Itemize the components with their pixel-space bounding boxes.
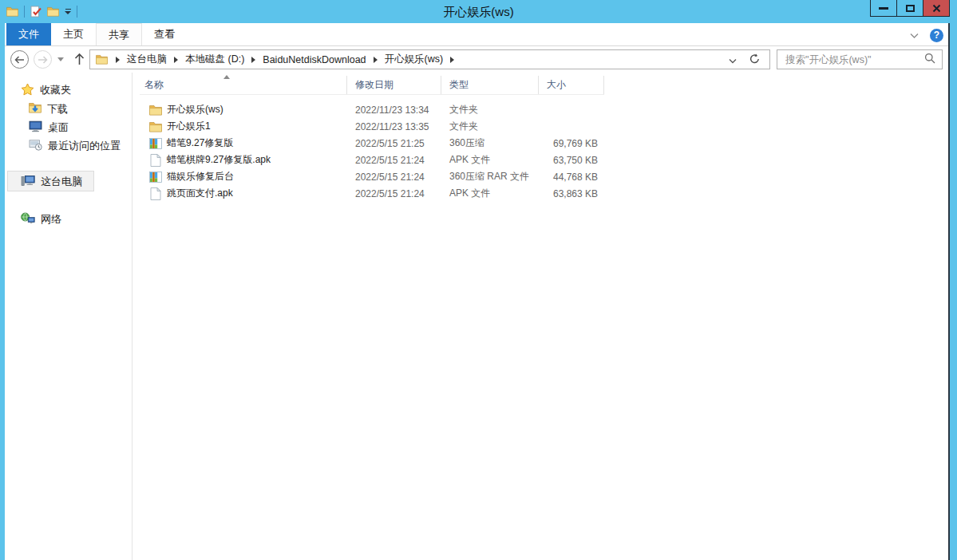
column-header-date-modified[interactable]: 修改日期 (347, 76, 441, 94)
title-bar: 开心娱乐(ws) (0, 0, 957, 23)
column-header-name[interactable]: 名称 (140, 76, 347, 94)
sidebar-item-label: 桌面 (48, 120, 69, 135)
file-date: 2022/5/15 21:25 (347, 138, 441, 149)
back-arrow-icon (14, 56, 25, 64)
sidebar-item-label: 收藏夹 (40, 83, 71, 97)
file-size: 44,768 KB (539, 172, 604, 183)
qat-separator (24, 6, 25, 18)
column-header-size[interactable]: 大小 (539, 76, 604, 94)
refresh-icon[interactable] (749, 53, 760, 67)
address-dropdown-icon[interactable] (729, 53, 737, 67)
help-icon[interactable]: ? (930, 29, 943, 42)
archive-360-icon (148, 138, 162, 149)
file-date: 2022/5/15 21:24 (347, 188, 441, 199)
up-arrow-icon (73, 53, 85, 65)
folder-icon (148, 105, 162, 116)
tab-share[interactable]: 共享 (96, 23, 142, 45)
breadcrumb-current-folder[interactable]: 开心娱乐(ws) (385, 53, 444, 66)
apk-file-icon (148, 187, 162, 200)
new-folder-icon[interactable] (47, 6, 59, 17)
back-button[interactable] (10, 50, 29, 69)
sidebar-item-label: 下载 (47, 102, 68, 116)
column-header-type[interactable]: 类型 (441, 76, 539, 94)
minimize-button[interactable] (870, 0, 897, 17)
file-date: 2022/5/15 21:24 (347, 172, 441, 183)
search-input[interactable] (784, 53, 924, 66)
star-icon (21, 83, 34, 98)
search-box (777, 49, 943, 69)
file-row[interactable]: 蜡笔棋牌9.27修复版.apk 2022/5/15 21:24 APK 文件 6… (140, 152, 604, 168)
sort-ascending-icon (223, 75, 230, 79)
expand-ribbon-icon[interactable] (910, 28, 919, 42)
apk-file-icon (148, 154, 162, 167)
folder-icon (148, 121, 162, 132)
properties-icon[interactable] (30, 6, 42, 18)
file-name: 蜡笔9.27修复版 (167, 136, 233, 150)
file-row[interactable]: 猫娱乐修复后台 2022/5/15 21:24 360压缩 RAR 文件 44,… (140, 168, 604, 185)
file-type: 文件夹 (441, 120, 539, 133)
file-size: 69,769 KB (539, 138, 604, 149)
breadcrumb-separator[interactable] (174, 57, 178, 63)
address-bar[interactable]: 这台电脑 本地磁盘 (D:) BaiduNetdiskDownload 开心娱乐… (89, 49, 770, 69)
quick-access-toolbar (6, 3, 77, 20)
tab-file[interactable]: 文件 (6, 23, 51, 45)
window-title: 开心娱乐(ws) (0, 5, 957, 20)
window-frame-right (950, 23, 957, 560)
tab-view[interactable]: 查看 (142, 23, 187, 45)
breadcrumb-separator[interactable] (374, 57, 378, 63)
network-icon (21, 212, 35, 227)
breadcrumb-separator[interactable] (450, 57, 454, 63)
forward-arrow-icon (38, 56, 48, 64)
maximize-button[interactable] (896, 0, 923, 17)
sidebar-item-favorites[interactable]: 收藏夹 (21, 81, 71, 99)
qat-separator (77, 6, 77, 18)
main-area: 收藏夹 下载 桌面 最近访问的位置 这台电脑 网络 (5, 73, 948, 560)
tab-home[interactable]: 主页 (51, 23, 96, 45)
ribbon-tab-bar: 文件 主页 共享 查看 ? (5, 23, 948, 46)
sidebar-item-label: 网络 (41, 212, 61, 227)
up-button[interactable] (73, 53, 85, 69)
file-name: 猫娱乐修复后台 (167, 170, 234, 183)
file-type: 360压缩 RAR 文件 (441, 170, 539, 183)
file-type: APK 文件 (441, 187, 539, 200)
sidebar-item-recent-places[interactable]: 最近访问的位置 (29, 137, 121, 155)
forward-button[interactable] (34, 50, 52, 69)
downloads-folder-icon (29, 102, 42, 116)
desktop-monitor-icon (29, 120, 42, 135)
sidebar-item-this-pc[interactable]: 这台电脑 (21, 173, 82, 191)
recent-locations-dropdown-icon[interactable] (57, 57, 64, 61)
computer-icon (21, 175, 35, 189)
file-row[interactable]: 开心娱乐(ws) 2022/11/23 13:34 文件夹 (140, 101, 604, 118)
minimize-icon (879, 7, 888, 10)
window-frame-border (948, 23, 950, 560)
sidebar-item-desktop[interactable]: 桌面 (29, 119, 69, 136)
file-size: 63,750 KB (539, 155, 604, 166)
file-date: 2022/5/15 21:24 (347, 155, 441, 166)
breadcrumb-separator[interactable] (251, 57, 255, 63)
column-headers: 名称 修改日期 类型 大小 (140, 76, 604, 95)
breadcrumb-separator[interactable] (116, 57, 120, 63)
window-controls (871, 0, 950, 17)
sidebar-item-downloads[interactable]: 下载 (29, 101, 68, 118)
file-rows: 开心娱乐(ws) 2022/11/23 13:34 文件夹 开心娱乐1 2022… (140, 101, 604, 202)
file-size: 63,863 KB (539, 188, 604, 199)
file-type: 360压缩 (441, 136, 539, 150)
qat-customize-dropdown-icon[interactable] (65, 9, 71, 15)
address-folder-icon (95, 54, 109, 65)
archive-360-icon (148, 172, 162, 183)
file-name: 开心娱乐(ws) (167, 103, 223, 116)
close-button[interactable] (923, 0, 950, 17)
maximize-icon (906, 5, 915, 12)
file-row[interactable]: 跳页面支付.apk 2022/5/15 21:24 APK 文件 63,863 … (140, 185, 604, 202)
recent-places-icon (29, 139, 42, 153)
explorer-folder-icon[interactable] (6, 6, 18, 17)
breadcrumb-baidunetdiskdownload[interactable]: BaiduNetdiskDownload (263, 54, 366, 65)
file-name: 开心娱乐1 (167, 120, 211, 133)
file-row[interactable]: 蜡笔9.27修复版 2022/5/15 21:25 360压缩 69,769 K… (140, 135, 604, 152)
breadcrumb-this-pc[interactable]: 这台电脑 (127, 53, 167, 66)
breadcrumb-local-disk-d[interactable]: 本地磁盘 (D:) (185, 53, 244, 66)
search-icon[interactable] (924, 53, 935, 67)
file-row[interactable]: 开心娱乐1 2022/11/23 13:35 文件夹 (140, 118, 604, 135)
sidebar-item-label: 这台电脑 (41, 175, 82, 189)
sidebar-item-network[interactable]: 网络 (21, 211, 61, 228)
